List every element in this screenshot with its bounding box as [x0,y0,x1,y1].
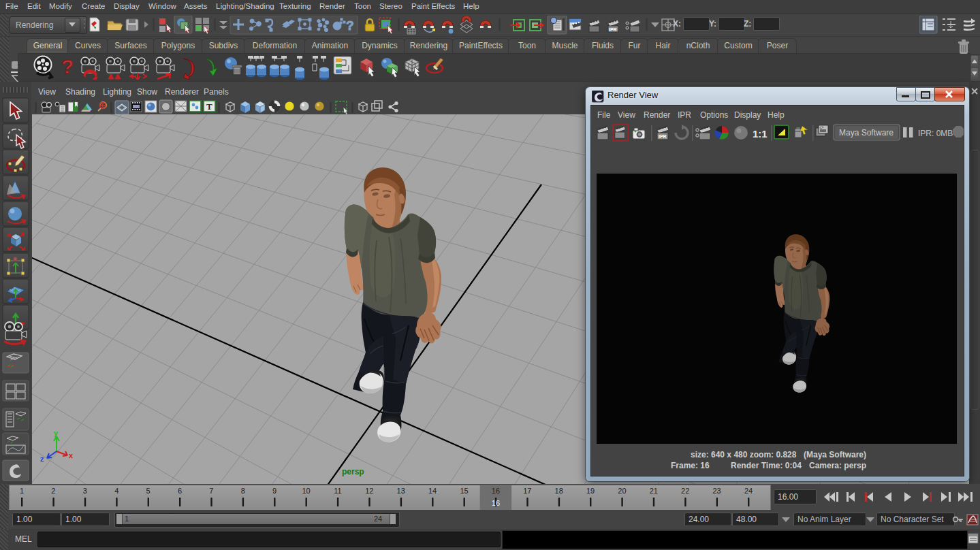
svg-text:8: 8 [241,487,245,495]
svg-text:20: 20 [618,487,626,495]
svg-text:?: ? [346,18,354,33]
svg-text:Maya Software: Maya Software [839,128,894,138]
svg-text:z: z [40,455,44,463]
svg-text:T: T [206,101,212,112]
svg-text:16: 16 [492,499,500,507]
svg-text:9: 9 [272,487,276,495]
svg-text:17: 17 [523,487,531,495]
svg-text:15: 15 [460,487,468,495]
svg-text:23: 23 [712,487,721,495]
svg-text:IPR: 0MB: IPR: 0MB [918,129,953,138]
svg-text:6: 6 [178,487,182,495]
svg-text:2: 2 [51,487,55,495]
svg-text:1: 1 [20,487,24,495]
svg-text:24: 24 [744,487,753,495]
svg-text:12: 12 [365,487,373,495]
svg-text:13: 13 [397,487,405,495]
svg-text:18: 18 [555,487,563,495]
svg-text:1:1: 1:1 [753,128,768,140]
svg-text:22: 22 [681,487,689,495]
svg-text:IPR: IPR [609,27,617,32]
svg-text:x: x [69,451,73,459]
svg-text:y: y [54,431,59,437]
svg-text:21: 21 [650,487,658,495]
svg-text:4: 4 [114,487,118,495]
svg-text:14: 14 [428,487,437,495]
svg-text:7: 7 [209,487,213,495]
svg-text:16: 16 [492,487,500,495]
svg-text:IPR: IPR [659,134,667,139]
svg-text:10: 10 [302,487,310,495]
svg-text:3: 3 [83,487,87,495]
svg-text:19: 19 [586,487,595,495]
svg-text:5: 5 [146,487,151,495]
svg-text:?: ? [61,55,74,78]
svg-text:11: 11 [334,487,341,495]
